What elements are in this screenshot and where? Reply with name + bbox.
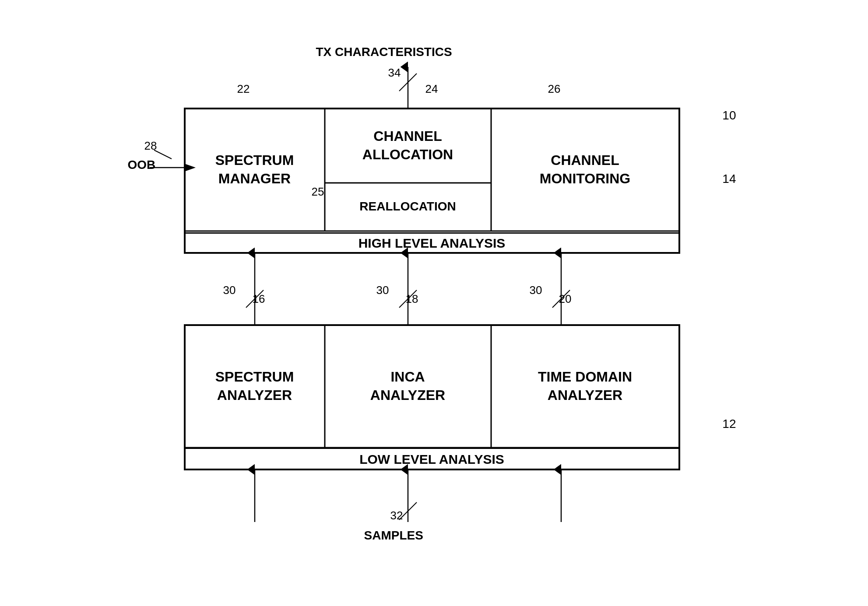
reallocation-label: REALLOCATION	[359, 199, 456, 214]
ref-28: 28	[144, 139, 157, 153]
samples-label: SAMPLES	[364, 529, 423, 543]
spectrum-analyzer-block: SPECTRUMANALYZER	[185, 325, 325, 448]
ref-30a: 30	[223, 284, 236, 297]
ref-12: 12	[722, 417, 736, 431]
ref-30c: 30	[530, 284, 542, 297]
ref-20: 20	[559, 292, 572, 306]
ref-30b: 30	[376, 284, 389, 297]
diagram: TX CHARACTERISTICS 34 22 24 26 10 14 OOB…	[128, 41, 741, 566]
channel-monitoring-label: CHANNELMONITORING	[540, 151, 630, 188]
svg-line-23	[399, 74, 417, 91]
spectrum-manager-label: SPECTRUMMANAGER	[215, 151, 294, 188]
ref-10: 10	[722, 109, 736, 123]
ref-34: 34	[388, 66, 401, 80]
spectrum-analyzer-label: SPECTRUMANALYZER	[215, 368, 294, 404]
spectrum-manager-block: SPECTRUMMANAGER	[185, 109, 325, 231]
ref-24: 24	[425, 82, 438, 96]
low-level-analysis-label: LOW LEVEL ANALYSIS	[185, 448, 679, 469]
ref-32: 32	[390, 509, 403, 522]
tx-characteristics-label: TX CHARACTERISTICS	[316, 45, 452, 59]
inca-analyzer-label: INCAANALYZER	[370, 368, 445, 404]
ref-26: 26	[548, 82, 561, 96]
ref-22: 22	[237, 82, 250, 96]
ref-14: 14	[722, 172, 736, 186]
high-level-analysis-label: HIGH LEVEL ANALYSIS	[185, 232, 679, 253]
oob-label: OOB	[128, 158, 156, 172]
time-domain-label: TIME DOMAINANALYZER	[538, 368, 632, 404]
inca-analyzer-block: INCAANALYZER	[325, 325, 491, 448]
reallocation-block: REALLOCATION	[325, 183, 491, 231]
channel-monitoring-block: CHANNELMONITORING	[491, 109, 679, 231]
ref-18: 18	[406, 292, 418, 306]
channel-allocation-label: CHANNELALLOCATION	[362, 127, 453, 164]
channel-allocation-block: CHANNELALLOCATION	[325, 109, 491, 183]
time-domain-analyzer-block: TIME DOMAINANALYZER	[491, 325, 679, 448]
ref-16: 16	[253, 292, 265, 306]
